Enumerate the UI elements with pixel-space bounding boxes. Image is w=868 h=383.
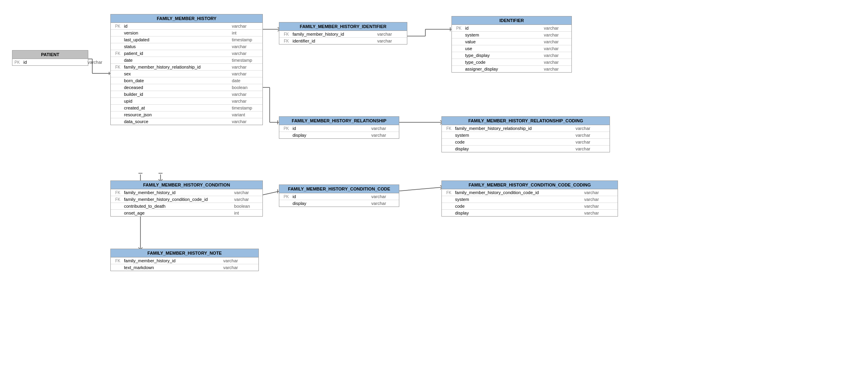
table-row: deceased boolean <box>111 84 262 91</box>
cell-name: resource_json <box>122 111 230 118</box>
cell-key <box>111 210 122 217</box>
cell-name: family_member_history_condition_code_id <box>453 189 582 196</box>
cell-name: family_member_history_condition_code_id <box>122 196 232 203</box>
cell-name: version <box>122 30 230 36</box>
cell-name: deceased <box>122 84 230 91</box>
table-row: type_code varchar <box>452 59 571 66</box>
table-row: FK family_member_history_condition_code_… <box>111 196 262 203</box>
table-row: builder_id varchar <box>111 91 262 98</box>
table-fmh-identifier: FAMILY_MEMBER_HISTORY_IDENTIFIER FK fami… <box>279 22 407 45</box>
cell-name: family_member_history_relationship_id <box>122 64 230 71</box>
cell-key <box>442 196 453 203</box>
table-row: FK family_member_history_relationship_id… <box>111 64 262 71</box>
table-fmhcc-header: FAMILY_MEMBER_HISTORY_CONDITION_CODE <box>279 185 399 193</box>
cell-type: varchar <box>582 189 618 196</box>
cell-key <box>111 264 122 271</box>
cell-type: varchar <box>542 59 571 66</box>
cell-key <box>111 30 122 36</box>
cell-name: sex <box>122 71 230 77</box>
table-row: FK family_member_history_condition_code_… <box>442 189 618 196</box>
cell-key <box>111 71 122 77</box>
cell-name: system <box>453 132 573 139</box>
cell-type: varchar <box>230 23 262 30</box>
cell-key: PK <box>452 25 463 32</box>
table-patient-body: PK id varchar <box>12 59 110 65</box>
cell-key <box>111 57 122 64</box>
cell-name: patient_id <box>122 50 230 57</box>
table-row: last_updated timestamp <box>111 36 262 43</box>
cell-name: upid <box>122 98 230 105</box>
cell-key: FK <box>442 125 453 132</box>
table-row: created_at timestamp <box>111 105 262 111</box>
cell-key: FK <box>111 50 122 57</box>
table-fmh-relationship-coding: FAMILY_MEMBER_HISTORY_RELATIONSHIP_CODIN… <box>441 116 610 152</box>
cell-key: PK <box>279 193 291 200</box>
cell-type: varchar <box>375 38 407 45</box>
cell-type: varchar <box>573 132 610 139</box>
table-fmhr-header: FAMILY_MEMBER_HISTORY_RELATIONSHIP <box>279 117 399 125</box>
cell-name: family_member_history_id <box>122 257 221 264</box>
svg-line-29 <box>261 191 279 195</box>
cell-name: system <box>453 196 582 203</box>
table-family-member-history: FAMILY_MEMBER_HISTORY PK id varchar vers… <box>110 14 263 125</box>
table-row: PK id varchar <box>12 59 110 65</box>
cell-key <box>279 132 291 139</box>
table-row: upid varchar <box>111 98 262 105</box>
cell-name: builder_id <box>122 91 230 98</box>
cell-type: varchar <box>542 39 571 45</box>
table-fmhccc-header: FAMILY_MEMBER_HISTORY_CONDITION_CODE_COD… <box>442 181 618 189</box>
cell-type: varchar <box>221 264 258 271</box>
table-fmhc-body: FK family_member_history_id varchar FK f… <box>111 189 262 216</box>
table-row: code varchar <box>442 203 618 210</box>
cell-type: varchar <box>542 45 571 52</box>
cell-name: contributed_to_death <box>122 203 232 210</box>
table-row: status varchar <box>111 43 262 50</box>
cell-type: varchar <box>573 125 610 132</box>
cell-type: int <box>230 30 262 36</box>
cell-name: family_member_history_id <box>122 189 232 196</box>
cell-name: value <box>463 39 542 45</box>
table-fmhc-header: FAMILY_MEMBER_HISTORY_CONDITION <box>111 181 262 189</box>
table-row: contributed_to_death boolean <box>111 203 262 210</box>
cell-type: varchar <box>230 71 262 77</box>
table-row: FK patient_id varchar <box>111 50 262 57</box>
table-fmhi-header: FAMILY_MEMBER_HISTORY_IDENTIFIER <box>279 22 407 31</box>
table-row: onset_age int <box>111 210 262 217</box>
table-row: born_date date <box>111 77 262 84</box>
cell-type: varchar <box>230 118 262 125</box>
cell-type: varchar <box>582 196 618 203</box>
cell-name: data_source <box>122 118 230 125</box>
table-row: display varchar <box>442 146 610 152</box>
cell-name: text_markdown <box>122 264 221 271</box>
cell-type: int <box>232 210 262 217</box>
svg-line-33 <box>395 187 441 191</box>
cell-type: varchar <box>85 59 110 65</box>
cell-name: date <box>122 57 230 64</box>
cell-key <box>442 139 453 146</box>
table-row: display varchar <box>442 210 618 217</box>
table-row: system varchar <box>452 32 571 39</box>
cell-name: code <box>453 203 582 210</box>
table-row: system varchar <box>442 196 618 203</box>
cell-type: varchar <box>230 98 262 105</box>
cell-type: varchar <box>573 139 610 146</box>
cell-name: display <box>291 200 369 207</box>
cell-name: family_member_history_relationship_id <box>453 125 573 132</box>
cell-type: varchar <box>573 146 610 152</box>
cell-key <box>111 43 122 50</box>
cell-type: varchar <box>369 200 399 207</box>
cell-name: display <box>291 132 369 139</box>
table-fmhrc-header: FAMILY_MEMBER_HISTORY_RELATIONSHIP_CODIN… <box>442 117 610 125</box>
cell-key <box>111 77 122 84</box>
cell-key: FK <box>111 196 122 203</box>
table-fmh-condition-code: FAMILY_MEMBER_HISTORY_CONDITION_CODE PK … <box>279 184 399 207</box>
cell-key <box>452 66 463 73</box>
cell-key <box>452 39 463 45</box>
cell-type: varchar <box>375 31 407 38</box>
cell-name: born_date <box>122 77 230 84</box>
table-fmhcc-body: PK id varchar display varchar <box>279 193 399 207</box>
cell-key <box>111 111 122 118</box>
cell-key <box>442 210 453 217</box>
table-fmhrc-body: FK family_member_history_relationship_id… <box>442 125 610 152</box>
cell-key <box>452 45 463 52</box>
